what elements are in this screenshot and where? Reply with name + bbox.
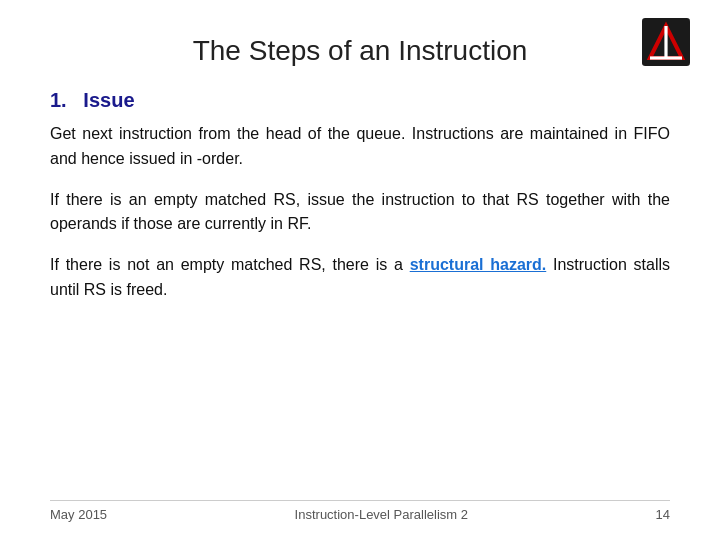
footer-date: May 2015 — [50, 507, 107, 522]
footer-page-number: 14 — [656, 507, 670, 522]
paragraph-2: If there is an empty matched RS, issue t… — [50, 188, 670, 238]
footer-title: Instruction-Level Parallelism 2 — [107, 507, 655, 522]
paragraph-3-before: If there is not an empty matched RS, the… — [50, 256, 410, 273]
page-title: The Steps of an Instruction — [50, 35, 670, 67]
section-heading: 1. Issue — [50, 89, 670, 112]
paragraph-1: Get next instruction from the head of th… — [50, 122, 670, 172]
paragraph-3: If there is not an empty matched RS, the… — [50, 253, 670, 303]
section-number: 1. — [50, 89, 67, 111]
logo-icon — [642, 18, 690, 66]
structural-hazard-highlight: structural hazard. — [410, 256, 547, 273]
section-label: Issue — [83, 89, 134, 111]
slide-container: The Steps of an Instruction 1. Issue Get… — [0, 0, 720, 540]
footer: May 2015 Instruction-Level Parallelism 2… — [50, 500, 670, 522]
